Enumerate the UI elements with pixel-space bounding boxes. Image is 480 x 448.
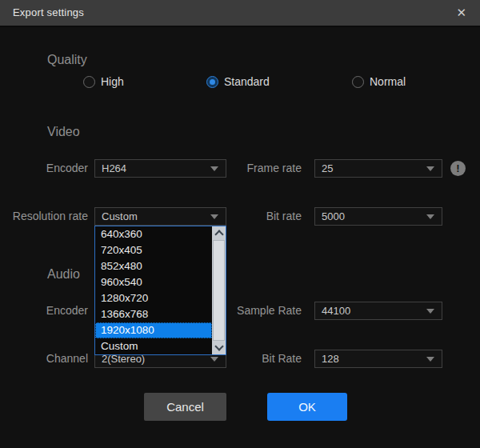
video-encoder-label: Encoder — [0, 159, 88, 178]
chevron-down-icon — [426, 357, 434, 362]
chevron-down-icon — [426, 166, 434, 171]
video-encoder-select[interactable]: H264 — [94, 159, 226, 178]
chevron-down-icon — [426, 214, 434, 219]
ok-button[interactable]: OK — [267, 393, 347, 421]
radio-label: High — [101, 74, 124, 90]
resolution-option[interactable]: 852x480 — [95, 258, 212, 274]
resolution-option[interactable]: 1280x720 — [95, 290, 212, 306]
resolution-option[interactable]: 640x360 — [95, 226, 212, 242]
resolution-rate-select[interactable]: Custom — [94, 207, 226, 226]
resolution-option[interactable]: 960x540 — [95, 274, 212, 290]
radio-label: Standard — [224, 74, 270, 90]
sample-rate-select[interactable]: 44100 — [314, 302, 442, 320]
select-value: Custom — [102, 208, 138, 225]
radio-label: Normal — [370, 74, 406, 90]
resolution-option[interactable]: Custom — [95, 338, 212, 354]
resolution-dropdown-list: 640x360720x405852x480960x5401280x7201366… — [94, 226, 226, 355]
video-bit-rate-label: Bit rate — [214, 207, 302, 226]
select-value: 128 — [322, 350, 339, 367]
resolution-rate-label: Resolution rate — [0, 207, 88, 226]
video-heading: Video — [47, 125, 80, 139]
radio-icon — [352, 76, 364, 88]
select-value: 25 — [322, 160, 333, 177]
scroll-down-icon[interactable] — [212, 341, 226, 354]
scroll-thumb[interactable] — [213, 240, 225, 341]
chevron-down-icon — [426, 309, 434, 314]
radio-icon — [83, 76, 95, 88]
radio-icon — [206, 76, 218, 88]
cancel-button[interactable]: Cancel — [144, 393, 226, 421]
audio-bit-rate-label: Bit Rate — [214, 350, 302, 368]
resolution-option-list: 640x360720x405852x480960x5401280x7201366… — [95, 226, 212, 354]
warning-icon: ! — [450, 161, 466, 176]
audio-encoder-label: Encoder — [0, 302, 88, 320]
list-scrollbar[interactable] — [212, 226, 226, 354]
scroll-up-icon[interactable] — [212, 226, 226, 240]
select-value: 44100 — [322, 302, 350, 319]
audio-bit-rate-select[interactable]: 128 — [314, 350, 442, 368]
video-bit-rate-select[interactable]: 5000 — [314, 207, 442, 226]
resolution-option[interactable]: 1366x768 — [95, 306, 212, 322]
frame-rate-label: Frame rate — [214, 159, 302, 178]
channel-label: Channel — [0, 350, 88, 368]
titlebar: Export settings ✕ — [0, 0, 480, 27]
resolution-option[interactable]: 720x405 — [95, 242, 212, 258]
audio-heading: Audio — [47, 267, 80, 282]
select-value: 5000 — [322, 208, 345, 225]
sample-rate-label: Sample Rate — [214, 302, 302, 320]
export-settings-dialog: Export settings ✕ Quality High Standard … — [0, 0, 480, 448]
resolution-option[interactable]: 1920x1080 — [95, 322, 212, 338]
dialog-title: Export settings — [13, 0, 84, 26]
frame-rate-select[interactable]: 25 — [314, 159, 442, 178]
select-value: H264 — [102, 160, 126, 177]
close-icon[interactable]: ✕ — [453, 0, 470, 25]
quality-heading: Quality — [47, 53, 87, 67]
